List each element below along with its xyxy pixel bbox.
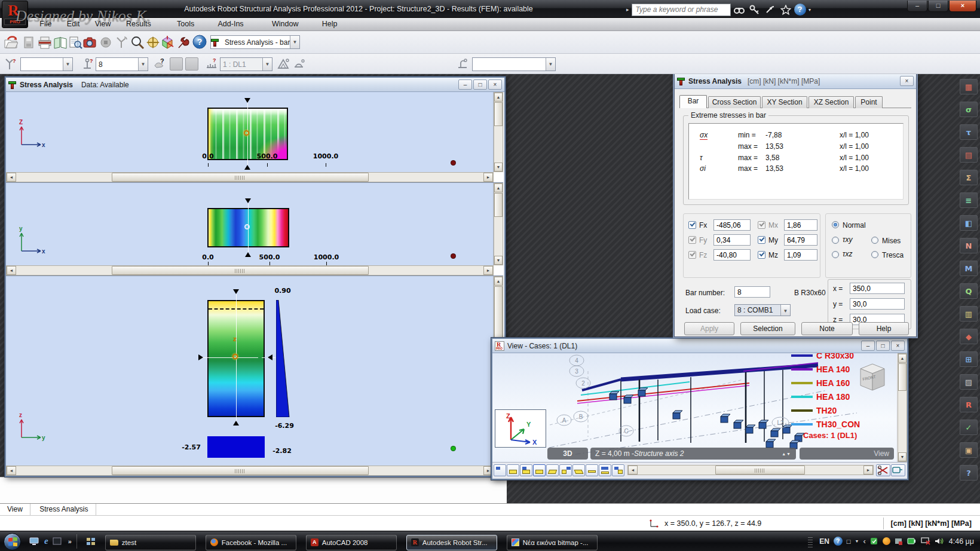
bar-number-input[interactable]: 8 — [734, 286, 770, 298]
view-window-maximize-icon[interactable]: □ — [876, 341, 890, 351]
fy-value[interactable]: 0,34 — [713, 234, 751, 246]
load-case-combo[interactable]: 1 : DL1 ▼ — [220, 57, 272, 71]
pane2-hscrollbar[interactable]: ◄ ► — [6, 265, 494, 276]
taskbar-button-robot[interactable]: R Autodesk Robot Str... — [406, 535, 497, 550]
scroll-left-icon[interactable]: ◄ — [7, 173, 16, 182]
menu-results[interactable]: Results — [120, 18, 158, 30]
normal-radio[interactable] — [832, 221, 839, 228]
tab-xz-section[interactable]: XZ Section — [808, 96, 854, 108]
dynamic-view-icon[interactable] — [891, 464, 905, 476]
volume-icon[interactable] — [935, 537, 944, 545]
right-toolbar-icon-11[interactable]: ▥ — [960, 306, 978, 322]
tab-point[interactable]: Point — [855, 96, 883, 108]
scroll-up-icon[interactable]: ▲ — [494, 93, 503, 102]
right-toolbar-icon-16[interactable]: ✓ — [960, 420, 978, 435]
fz-value[interactable]: -40,80 — [713, 249, 751, 261]
view-tool-icon-8[interactable] — [586, 464, 598, 476]
help-caret-icon[interactable]: ▼ — [808, 8, 812, 12]
vscroll-thumb[interactable] — [898, 363, 906, 391]
view-button[interactable]: View — [800, 448, 894, 460]
view-level-status[interactable]: Z = 4,00 m - Structure axis 2 ▲▼ — [590, 448, 796, 460]
print-icon[interactable] — [36, 34, 53, 51]
help-topics-icon[interactable]: ? — [191, 33, 207, 50]
tab-bar[interactable]: Bar — [679, 95, 707, 108]
hscroll-thumb[interactable] — [112, 466, 369, 475]
taskbar-button-autocad[interactable]: A AutoCAD 2008 — [306, 535, 397, 550]
filter-combo-caret-icon[interactable]: ▼ — [546, 58, 555, 71]
clipping-off-icon[interactable] — [876, 464, 890, 476]
level-spinner-icon[interactable]: ▲▼ — [782, 452, 791, 456]
mises-radio[interactable] — [871, 237, 878, 244]
analysis-combo-caret-icon[interactable]: ▼ — [290, 36, 299, 48]
binoculars-icon[interactable] — [732, 3, 746, 16]
scroll-down-icon[interactable]: ▼ — [494, 163, 503, 172]
load-case-icon[interactable]: ? — [204, 57, 219, 71]
right-toolbar-icon-8[interactable]: N — [960, 238, 978, 253]
print-preview-icon[interactable] — [52, 34, 68, 51]
mx-value[interactable]: 1,86 — [784, 219, 817, 231]
view-tool-icon-6[interactable] — [559, 464, 572, 476]
scroll-left-icon[interactable]: ◄ — [7, 466, 16, 475]
hscroll-thumb[interactable] — [112, 266, 369, 275]
menu-file[interactable]: File — [33, 18, 58, 30]
right-toolbar-icon-17[interactable]: ▣ — [960, 442, 978, 458]
stress-window-close-icon[interactable]: × — [488, 79, 502, 90]
pane3-hscrollbar[interactable]: ◄ ► — [6, 466, 494, 476]
search-input[interactable] — [632, 4, 731, 16]
quicklaunch-showdesktop-icon[interactable] — [53, 537, 62, 546]
bar-selection-combo[interactable]: 8 ▼ — [96, 57, 148, 71]
minimize-button[interactable]: – — [907, 1, 927, 12]
tray-app-icon-green[interactable] — [870, 537, 878, 545]
right-toolbar-icon-9[interactable]: M — [960, 261, 978, 276]
menu-addins[interactable]: Add-Ins — [212, 18, 250, 30]
view-tool-icon-3[interactable] — [520, 464, 532, 476]
menu-view[interactable]: View — [88, 18, 118, 30]
section-cut-icon[interactable] — [113, 34, 129, 51]
right-toolbar-icon-6[interactable]: ≡ — [960, 192, 978, 208]
my-checkbox[interactable] — [758, 236, 765, 244]
stress-plot-zone-3[interactable]: z y z 0.90 -6.29 — [6, 276, 494, 466]
right-toolbar-icon-2[interactable]: σ — [960, 102, 978, 117]
right-toolbar-icon-4[interactable]: ▤ — [960, 147, 978, 163]
view-tool-icon-10[interactable] — [612, 464, 624, 476]
tab-xy-section[interactable]: XY Section — [762, 96, 807, 108]
satellite-icon[interactable] — [763, 3, 777, 16]
view-3d-icon[interactable] — [159, 34, 175, 51]
selection-button[interactable]: Selection — [740, 322, 795, 335]
scroll-up-icon[interactable]: ▲ — [898, 354, 906, 363]
view-window-minimize-icon[interactable]: – — [861, 341, 875, 351]
pane1-vscrollbar[interactable]: ▲ ▼ — [494, 92, 503, 172]
right-toolbar-icon-18[interactable]: ? — [960, 465, 978, 480]
save-icon[interactable] — [20, 34, 36, 51]
right-toolbar-icon-13[interactable]: ⊞ — [960, 351, 978, 367]
view-tool-icon-1[interactable] — [494, 464, 506, 476]
probe-marker-1[interactable] — [244, 130, 249, 136]
vscroll-thumb[interactable] — [494, 102, 503, 126]
hscroll-thumb[interactable] — [715, 466, 805, 475]
tray-help-icon[interactable]: ? — [834, 537, 843, 546]
view-mode-button[interactable]: 3D — [547, 448, 588, 460]
scroll-left-icon[interactable]: ◄ — [628, 466, 638, 475]
view-vscrollbar[interactable]: ▲ ▼ — [898, 353, 907, 462]
close-button[interactable]: × — [949, 1, 976, 12]
scroll-down-icon[interactable]: ▼ — [494, 256, 503, 265]
tray-expand-icon[interactable]: ‹ — [863, 537, 865, 546]
my-value[interactable]: 64,79 — [784, 234, 817, 246]
txz-radio[interactable] — [832, 251, 839, 258]
hscroll-thumb[interactable] — [112, 173, 369, 182]
scroll-right-icon[interactable]: ► — [483, 266, 493, 275]
view-tool-icon-7[interactable] — [572, 464, 585, 476]
load-definition-icon[interactable] — [292, 57, 306, 71]
menu-edit[interactable]: Edit — [60, 18, 87, 30]
tray-app-icon-gray[interactable] — [895, 537, 903, 545]
scroll-left-icon[interactable]: ◄ — [7, 266, 16, 275]
select-special-icon[interactable]: ? — [2, 57, 17, 71]
filter-combo[interactable]: ▼ — [472, 57, 556, 71]
language-indicator[interactable]: EN — [819, 537, 829, 546]
quicklaunch-desktop-icon[interactable] — [29, 537, 40, 546]
menu-window[interactable]: Window — [265, 18, 305, 30]
help-button[interactable]: Help — [859, 322, 909, 335]
tab-stress-analysis[interactable]: Stress Analysis — [32, 504, 96, 515]
screen-capture-icon[interactable] — [81, 34, 97, 51]
battery-icon[interactable] — [907, 537, 917, 545]
